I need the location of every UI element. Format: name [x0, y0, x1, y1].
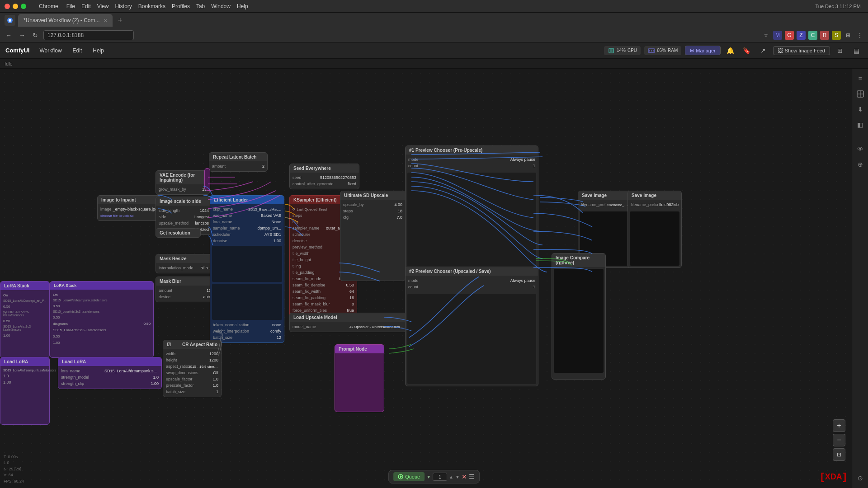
node-row: 0.50 — [0, 303, 49, 310]
node-row: seam_fix_mask_blur8 — [290, 301, 357, 307]
title-bar: Chrome File Edit View History Bookmarks … — [0, 0, 868, 13]
preview-chooser-post-node[interactable]: #2 Preview Chooser (Upscaled / Save) mod… — [405, 267, 538, 386]
ultimate-sd-upscale-node[interactable]: Ultimate SD Upscale upscale_by4.00 steps… — [340, 191, 406, 281]
tab-title: *Unsaved Workflow (2) - Com... — [24, 17, 100, 23]
layout-icon-1[interactable]: ⊞ — [834, 44, 846, 57]
macos-menus[interactable]: File Edit View History Bookmarks Profile… — [66, 3, 248, 9]
edit-menu[interactable]: Edit — [68, 46, 87, 56]
sidebar-icon-5[interactable]: 👁 — [854, 143, 867, 155]
node-title: LoRA Stack — [50, 282, 153, 290]
image-to-inpaint-node[interactable]: Image to Inpaint image _empty-black-squa… — [97, 195, 160, 221]
reload-button[interactable]: ↻ — [31, 31, 40, 40]
node-row: count1 — [406, 163, 538, 169]
node-row: side_length1024 — [156, 207, 212, 214]
get-resolution-node[interactable]: Get resolution — [156, 228, 201, 238]
star-icon[interactable]: ☆ — [761, 31, 770, 40]
notification-bell-icon[interactable]: 🔔 — [724, 44, 737, 57]
load-upscale-model-node[interactable]: Load Upscale Model model_name 4x Upscale… — [289, 313, 407, 332]
node-row[interactable]: choose file to upload — [98, 212, 160, 219]
sidebar-icon-6[interactable]: ⊕ — [854, 158, 867, 171]
traffic-lights[interactable] — [5, 4, 26, 9]
close-button[interactable] — [5, 4, 10, 9]
queue-cancel-button[interactable]: ✕ — [462, 473, 467, 480]
export-icon[interactable]: ↗ — [757, 44, 769, 57]
extensions-button[interactable]: ⊞ — [844, 31, 853, 40]
zoom-in-button[interactable]: + — [833, 419, 845, 432]
app-logo: ComfyUI — [5, 47, 29, 54]
node-row: seam_fix_padding16 — [290, 295, 357, 301]
sidebar-icon-2[interactable] — [854, 88, 867, 100]
seed-everywhere-node[interactable]: Seed Everywhere seed5120836502270353 con… — [289, 164, 359, 189]
queue-button[interactable]: Queue — [393, 472, 425, 481]
node-title: Image Compare (rgthree) — [552, 253, 605, 267]
node-row: 0.50 — [50, 303, 153, 309]
tab-close-button[interactable]: ✕ — [104, 18, 107, 23]
cpu-percent: 14% — [617, 48, 626, 53]
profile-icon[interactable]: M — [773, 31, 782, 40]
sidebar-icon-bottom[interactable]: ⊙ — [854, 472, 867, 484]
layout-icon-2[interactable]: ▤ — [850, 44, 863, 57]
queue-step-down[interactable]: ▼ — [455, 474, 460, 479]
loader-preview-2 — [212, 284, 282, 320]
cpu-chip-icon — [608, 47, 615, 54]
back-button[interactable]: ← — [4, 31, 14, 40]
extension-icon-4[interactable]: R — [820, 31, 829, 40]
lora-stack-2-node[interactable]: LoRA Stack On SD15_LoraAI/strteampunk.sa… — [50, 281, 154, 358]
extension-icon-3[interactable]: C — [808, 31, 817, 40]
node-title: VAE Encode (for Inpainting) — [156, 171, 209, 184]
repeat-latent-batch-node[interactable]: Repeat Latent Batch amount 2 — [209, 152, 268, 172]
efficient-loader-node[interactable]: Efficient Loader ckpt_nameSD15_Base.../M… — [210, 195, 284, 343]
node-canvas[interactable]: Repeat Latent Batch amount 2 VAE Encode … — [0, 69, 868, 488]
fullscreen-button[interactable] — [21, 4, 26, 9]
show-image-feed-button[interactable]: 🖼 Show Image Feed — [773, 46, 830, 55]
svg-rect-6 — [651, 50, 652, 52]
minimize-button[interactable] — [13, 4, 18, 9]
zoom-out-button[interactable]: − — [833, 434, 845, 446]
node-row: seed5120836502270353 — [290, 174, 359, 181]
queue-dropdown-arrow[interactable]: ▼ — [426, 474, 431, 479]
sidebar-icon-3[interactable]: ⬇ — [854, 103, 867, 116]
lora-stack-node[interactable]: LoRA Stack On SD15_LoraAI/Concept_art_P.… — [0, 281, 50, 358]
svg-rect-7 — [653, 50, 654, 52]
mask-blur-node[interactable]: Mask Blur amount10 deviceauto — [156, 277, 214, 302]
node-title: Image to Inpaint — [98, 196, 160, 204]
sidebar-icon-1[interactable]: ≡ — [854, 72, 867, 85]
purple-node-bottom[interactable]: Load LoRA SD15_LoraAI/dreampunk.safetens… — [0, 357, 50, 425]
active-tab[interactable]: *Unsaved Workflow (2) - Com... ✕ — [18, 14, 113, 27]
queue-number-input[interactable] — [433, 473, 447, 481]
system-time: Tue Dec 3 11:12 PM — [816, 4, 861, 9]
node-title: Mask Resize — [156, 254, 214, 263]
stat-t: T: 0.00s — [4, 454, 24, 460]
cr-aspect-ratio-node[interactable]: ☑ CR Aspect Ratio width1200 height1200 a… — [163, 340, 222, 397]
loader-preview-1 — [212, 246, 282, 282]
xda-watermark: [ XDA ] — [821, 471, 846, 483]
node-title: LoRA Stack — [0, 282, 49, 290]
workflow-menu[interactable]: Workflow — [35, 46, 66, 56]
load-lora-node[interactable]: Load LoRA lora_nameSD15_LoraAI/dreampunk… — [58, 357, 162, 389]
browser-menu-button[interactable]: ⋮ — [855, 31, 864, 40]
node-title: Load LoRA — [0, 357, 49, 366]
image-compare-node[interactable]: Image Compare (rgthree) — [552, 253, 606, 380]
node-title: Seed Everywhere — [290, 164, 359, 173]
queue-extra-button[interactable]: ☰ — [469, 473, 475, 480]
new-tab-button[interactable]: + — [115, 16, 126, 25]
fit-view-button[interactable]: ⊡ — [833, 448, 845, 461]
browser-toolbar-icons: ☆ M G Z C R S ⊞ ⋮ — [761, 31, 864, 40]
ram-percent: 66% — [657, 48, 666, 53]
extension-icon-1[interactable]: G — [785, 31, 794, 40]
queue-step-up[interactable]: ▲ — [449, 474, 453, 479]
url-input[interactable] — [43, 30, 134, 40]
purple-prompt-node[interactable]: Prompt Node — [335, 344, 384, 412]
manager-button[interactable]: ⊞ Manager — [685, 46, 720, 55]
extension-icon-2[interactable]: Z — [797, 31, 806, 40]
mask-resize-node[interactable]: Mask Resize interpolation_modebilin... — [156, 254, 214, 273]
extension-icon-5[interactable]: S — [832, 31, 841, 40]
large-prompt-node[interactable] — [204, 168, 210, 191]
node-title: Efficient Loader — [210, 196, 284, 204]
save-image-2-node[interactable]: Save Image filename_prefixfluid982kib — [627, 191, 682, 268]
bookmark-icon[interactable]: 🔖 — [741, 44, 753, 57]
vae-encode-node[interactable]: VAE Encode (for Inpainting) grow_mask_by… — [156, 170, 210, 195]
sidebar-icon-4[interactable]: ◧ — [854, 118, 867, 131]
help-menu[interactable]: Help — [88, 46, 108, 56]
forward-button[interactable]: → — [17, 31, 27, 40]
